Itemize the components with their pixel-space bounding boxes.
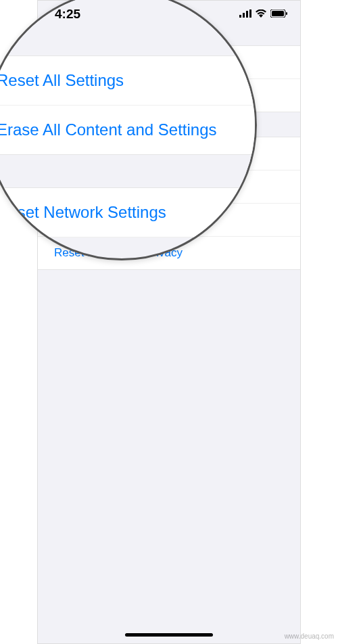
cellular-icon [239, 8, 251, 20]
battery-icon [270, 8, 288, 20]
svg-rect-0 [239, 15, 241, 18]
svg-rect-2 [246, 11, 248, 18]
magnifier-erase-all-content[interactable]: Erase All Content and Settings [0, 106, 255, 154]
magnifier-time: 4:25 [55, 7, 80, 28]
home-indicator[interactable] [125, 633, 213, 637]
svg-rect-1 [243, 13, 245, 18]
watermark-text: www.deuaq.com [285, 632, 334, 640]
svg-rect-3 [249, 9, 251, 18]
svg-rect-5 [272, 11, 284, 16]
wifi-icon [256, 8, 266, 20]
magnifier-reset-all-settings[interactable]: Reset All Settings [0, 56, 255, 106]
svg-rect-6 [286, 12, 287, 15]
